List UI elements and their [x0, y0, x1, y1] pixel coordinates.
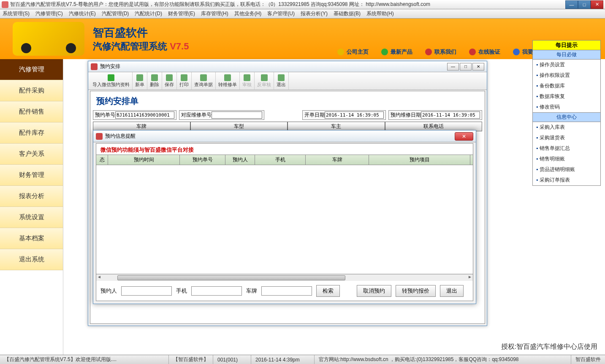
cancel-appt-button[interactable]: 取消预约 — [357, 285, 391, 297]
maximize-button[interactable]: □ — [578, 0, 591, 9]
grid-header: 态预约时间预约单号预约人手机车牌预约项目 — [96, 155, 473, 165]
to-quote-button[interactable]: 转预约报价 — [396, 285, 436, 297]
dialog2-titlebar[interactable]: 预约信息提醒 ✕ — [93, 130, 476, 142]
app-icon — [2, 1, 8, 8]
dialog2-body: 微信预约功能须与智百盛微信平台对接 态预约时间预约单号预约人手机车牌预约项目 预… — [96, 143, 473, 301]
dialog1-max-button[interactable]: □ — [460, 63, 472, 71]
tips-item[interactable]: 操作权限设置 — [533, 70, 600, 81]
dialog1-toolbar: 导入微信预约资料新单删除保存打印查询单据转维修单审核反审核退出 — [88, 72, 487, 90]
status-contact: 官方网站:http://www.bsdsoft.cn ，购买电话:(0)1332… — [315, 355, 571, 364]
tips-item[interactable]: 货品进销明细账 — [533, 164, 600, 175]
field-appt-date: 预约维修日期 — [388, 110, 482, 120]
link-icon — [469, 49, 476, 55]
menu-item[interactable]: 汽配统计(D) — [135, 10, 162, 17]
status-datetime: 2016-11-14 4:39pm — [251, 355, 315, 364]
toolbar-icon — [278, 74, 285, 81]
menu-item[interactable]: 汽修统计(E) — [69, 10, 96, 17]
grid-column-header[interactable]: 预约人 — [225, 155, 255, 165]
menu-item[interactable]: 汽配管理(D) — [102, 10, 129, 17]
quick-link[interactable]: 公司主页 — [337, 48, 369, 56]
grid-body[interactable] — [96, 165, 473, 274]
exit-button[interactable]: 退出 — [440, 285, 464, 297]
tips-item[interactable]: 修改密码 — [533, 102, 600, 112]
status-welcome: 【百盛汽修汽配管理系统V7.5】欢迎使用试用版.... — [0, 355, 169, 364]
quick-link[interactable]: 联系我们 — [425, 48, 456, 56]
toolbar-button[interactable]: 新单 — [133, 72, 147, 90]
toolbar-icon — [261, 74, 268, 81]
toolbar-button[interactable]: 删除 — [147, 72, 162, 90]
left-nav: 汽修管理配件采购配件销售配件库存客户关系财务管理报表分析系统设置基本档案退出系统 — [0, 59, 63, 355]
toolbar-button[interactable]: 打印 — [177, 72, 192, 90]
tips-item[interactable]: 数据库恢复 — [533, 91, 600, 102]
appt-date-input[interactable] — [421, 111, 480, 119]
menu-item[interactable]: 汽修管理(C) — [35, 10, 63, 17]
grid-column-header[interactable]: 预约项目 — [369, 155, 470, 165]
menu-item[interactable]: 财务管理(E) — [168, 10, 195, 17]
nav-item[interactable]: 报表分析 — [0, 186, 63, 207]
dialog1-icon — [91, 63, 98, 70]
toolbar-button[interactable]: 查询单据 — [192, 72, 216, 90]
toolbar-button[interactable]: 保存 — [162, 72, 177, 90]
window-titlebar: 智百盛汽修汽配管理系统V7.5-尊敬的用户：您使用的是试用版，有部分功能限制请联… — [0, 0, 605, 9]
form-title: 预约安排单 — [93, 94, 482, 109]
dialog1-min-button[interactable]: — — [447, 63, 459, 71]
dialog1-titlebar[interactable]: 预约安排 — □ ✕ — [88, 61, 487, 72]
menu-item[interactable]: 库存管理(H) — [201, 10, 228, 17]
close-button[interactable]: ✕ — [591, 0, 603, 9]
search-phone-input[interactable] — [191, 286, 242, 296]
dialog1-close-button[interactable]: ✕ — [472, 63, 484, 71]
nav-item[interactable]: 退出系统 — [0, 249, 63, 270]
scroll-thumb[interactable] — [117, 275, 345, 280]
toolbar-button: 审核 — [240, 72, 255, 90]
tips-item[interactable]: 销售单据汇总 — [533, 143, 600, 154]
tips-item[interactable]: 备份数据库 — [533, 81, 600, 91]
menu-item[interactable]: 其他业务(H) — [234, 10, 262, 17]
statusbar: 【百盛汽修汽配管理系统V7.5】欢迎使用试用版.... 【智百盛软件】 001(… — [0, 355, 605, 364]
brand-line1: 智百盛软件 — [93, 25, 189, 40]
nav-item[interactable]: 系统设置 — [0, 207, 63, 228]
nav-item[interactable]: 财务管理 — [0, 165, 63, 186]
repair-no-input[interactable] — [212, 111, 262, 119]
open-date-input[interactable] — [325, 111, 384, 119]
toolbar-button: 反审核 — [255, 72, 274, 90]
tips-item[interactable]: 采购退货表 — [533, 133, 600, 143]
quick-link[interactable]: 在线验证 — [469, 48, 500, 56]
tips-item[interactable]: 销售明细账 — [533, 154, 600, 164]
grid-column-header[interactable]: 车牌 — [306, 155, 369, 165]
tips-item[interactable]: 操作员设置 — [533, 60, 600, 70]
dialog2-close-button[interactable]: ✕ — [455, 132, 473, 141]
menu-item[interactable]: 基础数据(B) — [334, 10, 361, 17]
quick-link[interactable]: 最新产品 — [381, 48, 412, 56]
grid-column-header[interactable]: 手机 — [255, 155, 306, 165]
daily-tips-panel: 每日提示 每日必做 操作员设置操作权限设置备份数据库数据库恢复修改密码 信息中心… — [532, 40, 601, 186]
nav-item[interactable]: 配件库存 — [0, 122, 63, 144]
toolbar-button[interactable]: 转维修单 — [216, 72, 240, 90]
order-no-input[interactable] — [115, 111, 174, 119]
field-open-date: 开单日期 — [302, 110, 386, 120]
grid-column-header[interactable]: 态 — [96, 155, 108, 165]
dialog2-footer: 预约人 手机 车牌 检索 取消预约 转预约报价 退出 — [96, 281, 473, 301]
nav-item[interactable]: 汽修管理 — [0, 59, 63, 80]
menu-item[interactable]: 客户管理(U) — [267, 10, 295, 17]
minimize-button[interactable]: — — [565, 0, 578, 9]
grid-column-header[interactable]: 预约单号 — [180, 155, 225, 165]
search-plate-input[interactable] — [261, 286, 312, 296]
toolbar-button[interactable]: 导入微信预约资料 — [90, 72, 133, 90]
toolbar-icon — [136, 74, 143, 81]
tips-list1: 操作员设置操作权限设置备份数据库数据库恢复修改密码 — [532, 60, 601, 113]
toolbar-button[interactable]: 退出 — [274, 72, 289, 90]
menu-item[interactable]: 系统帮助(H) — [366, 10, 394, 17]
menu-item[interactable]: 报表分析(Y) — [301, 10, 328, 17]
dialog2-warning: 微信预约功能须与智百盛微信平台对接 — [96, 144, 473, 155]
nav-item[interactable]: 基本档案 — [0, 228, 63, 249]
nav-item[interactable]: 配件销售 — [0, 101, 63, 122]
menu-item[interactable]: 系统管理(S) — [3, 10, 30, 17]
tips-item[interactable]: 采购订单报表 — [533, 175, 600, 185]
search-person-input[interactable] — [121, 286, 172, 296]
nav-item[interactable]: 客户关系 — [0, 144, 63, 165]
horizontal-scrollbar[interactable] — [96, 274, 473, 281]
tips-item[interactable]: 采购入库表 — [533, 122, 600, 133]
search-button[interactable]: 检索 — [316, 285, 340, 297]
nav-item[interactable]: 配件采购 — [0, 80, 63, 101]
grid-column-header[interactable]: 预约时间 — [108, 155, 180, 165]
